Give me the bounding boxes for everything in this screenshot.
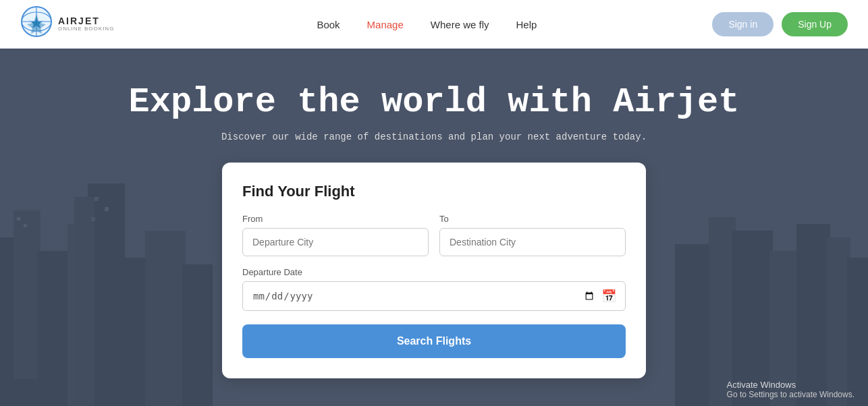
hero-subtitle: Discover our wide range of destinations … [129,132,740,142]
from-to-row: From To [242,214,626,256]
logo-icon [20,5,53,43]
nav-link-where-we-fly[interactable]: Where we fly [431,19,489,30]
nav-links: Book Manage Where we fly Help [141,19,712,30]
logo: AIRJET ONLINE BOOKING [20,5,114,43]
navbar: AIRJET ONLINE BOOKING Book Manage Where … [0,0,868,49]
nav-actions: Sign in Sign Up [712,12,848,36]
signup-button[interactable]: Sign Up [782,12,848,36]
logo-text: AIRJET ONLINE BOOKING [58,16,114,32]
windows-notice: Activate Windows Go to Settings to activ… [727,380,855,399]
card-title: Find Your Flight [242,183,626,200]
hero-title: Explore the world with Airjet [129,82,740,122]
signin-button[interactable]: Sign in [712,12,774,36]
date-group: Departure Date 📅 [242,267,626,311]
from-label: From [242,214,429,224]
nav-link-help[interactable]: Help [516,19,537,30]
win-notice-title: Activate Windows [727,380,855,390]
search-flights-button[interactable]: Search Flights [242,324,626,358]
win-notice-body: Go to Settings to activate Windows. [727,390,855,399]
hero-section: Explore the world with Airjet Discover o… [0,49,868,406]
from-group: From [242,214,429,256]
to-label: To [439,214,626,224]
search-card: Find Your Flight From To Departure Date … [222,163,646,378]
date-label: Departure Date [242,267,626,277]
hero-content: Explore the world with Airjet Discover o… [129,82,740,163]
destination-city-input[interactable] [439,228,626,256]
nav-link-manage[interactable]: Manage [367,19,404,30]
logo-name: AIRJET [58,16,114,26]
nav-link-book[interactable]: Book [317,19,340,30]
to-group: To [439,214,626,256]
date-wrapper: 📅 [242,281,626,311]
logo-sub: ONLINE BOOKING [58,26,114,32]
departure-city-input[interactable] [242,228,429,256]
departure-date-input[interactable] [242,281,626,311]
